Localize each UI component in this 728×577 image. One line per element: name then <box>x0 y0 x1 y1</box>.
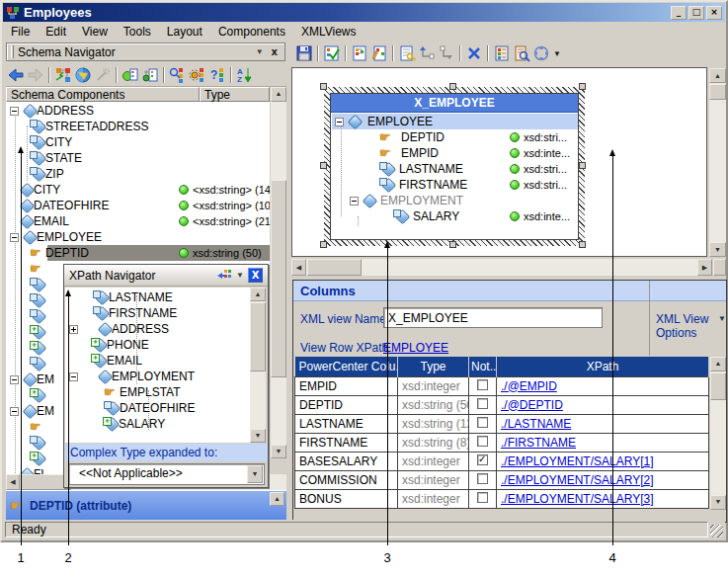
menu-edit[interactable]: Edit <box>38 23 74 41</box>
tree-item-dateofhire[interactable]: DATEOFHIRE <box>18 198 109 213</box>
send-to-view-icon[interactable] <box>216 269 232 283</box>
cell-xpath-link[interactable]: ./FIRSTNAME <box>501 436 576 450</box>
schema-source-icon[interactable] <box>53 65 73 85</box>
tree-item-element[interactable] <box>30 451 45 466</box>
tree-item-employee[interactable]: EMPLOYEE <box>10 229 102 245</box>
cell-xpath-link[interactable]: ./EMPLOYMENT/SALARY[1] <box>501 454 654 468</box>
tree-item-attribute[interactable] <box>30 261 45 277</box>
table-row[interactable]: DEPTID xsd:string (50) ./@DEPTID <box>295 395 709 414</box>
tree-item-element[interactable] <box>30 340 45 356</box>
xml-view-box[interactable]: X_EMPLOYEE EMPLOYEE DEPTID xsd:stri... E… <box>330 93 579 240</box>
tree-item-address[interactable]: ADDRESS <box>10 103 94 119</box>
tree-item-element[interactable] <box>30 356 45 371</box>
chevron-down-icon[interactable]: ▼ <box>251 47 269 56</box>
view-properties-icon[interactable] <box>397 43 417 63</box>
canvas-scroll-right-button[interactable]: ▶ <box>697 259 712 276</box>
xml-view-box-title[interactable]: X_EMPLOYEE <box>331 94 578 113</box>
complex-type-combo[interactable]: <<Not Applicable>> ▼ <box>68 463 265 485</box>
resize-handle-nw[interactable] <box>320 83 327 90</box>
tree-item-element[interactable] <box>30 308 45 324</box>
notnull-checkbox[interactable] <box>477 379 488 390</box>
cell-xpath-link[interactable]: ./LASTNAME <box>501 417 571 431</box>
xpath-close-icon[interactable]: X <box>248 268 263 283</box>
save-icon[interactable] <box>294 43 314 63</box>
resize-handle-e[interactable] <box>579 162 586 169</box>
view-item-employment[interactable]: EMPLOYMENT <box>350 193 463 208</box>
cell-xpath-link[interactable]: ./@EMPID <box>501 379 557 393</box>
cell-xpath-link[interactable]: ./EMPLOYMENT/SALARY[3] <box>501 492 654 506</box>
xpath-scroll-up-button[interactable]: ▲ <box>250 288 266 301</box>
view-item-employee[interactable]: EMPLOYEE <box>335 114 433 129</box>
view-item-deptid[interactable]: DEPTID <box>379 129 445 145</box>
tree-item-state[interactable]: STATE <box>30 150 82 166</box>
show-type-tree-icon[interactable] <box>140 65 160 85</box>
table-row[interactable]: LASTNAME xsd:string (12) ./LASTNAME <box>295 414 709 433</box>
sort-az-icon[interactable]: AZ <box>235 65 255 85</box>
menu-view[interactable]: View <box>74 23 116 41</box>
tree-item-city-child[interactable]: CITY <box>30 134 72 150</box>
schema-scroll-down-button[interactable]: ▼ <box>271 445 286 458</box>
notnull-checkbox[interactable] <box>477 436 488 447</box>
schema-scroll-up-button[interactable]: ▲ <box>271 87 286 102</box>
xpath-item-lastname[interactable]: LASTNAME <box>93 289 173 305</box>
show-columns-panel-icon[interactable] <box>492 43 512 63</box>
xml-view-options-link[interactable]: XML View Options <box>656 312 726 340</box>
tree-item-element[interactable] <box>30 435 45 451</box>
menu-layout[interactable]: Layout <box>159 23 210 41</box>
cell-xpath-link[interactable]: ./EMPLOYMENT/SALARY[2] <box>501 473 654 487</box>
view-row-xpath-link[interactable]: EMPLOYEE <box>383 341 448 355</box>
tree-item-element[interactable] <box>30 277 45 292</box>
magic-wand-icon[interactable] <box>93 65 113 85</box>
table-row[interactable]: BONUS xsd:integer ./EMPLOYMENT/SALARY[3] <box>295 489 709 508</box>
table-scrollbar-thumb[interactable] <box>710 372 726 400</box>
table-scroll-up-button[interactable]: ▲ <box>710 357 726 371</box>
xpath-item-firstname[interactable]: FIRSTNAME <box>93 305 177 321</box>
tree-item-city[interactable]: CITY <box>18 182 60 198</box>
canvas-hscrollbar-thumb[interactable] <box>307 259 362 276</box>
tree-item-deptid[interactable]: DEPTID <box>30 245 89 261</box>
combo-dropdown-icon[interactable]: ▼ <box>247 465 263 483</box>
validate-view-icon[interactable] <box>322 43 342 63</box>
view-item-empid[interactable]: EMPID <box>379 145 439 161</box>
xpath-item-address[interactable]: ADDRESS <box>69 321 169 337</box>
resize-handle-ne[interactable] <box>579 83 586 90</box>
band-scroll-up-button[interactable]: ▲ <box>270 492 284 506</box>
resize-handle-sw[interactable] <box>320 241 327 248</box>
table-row[interactable]: FIRSTNAME xsd:string (8) ./FIRSTNAME <box>295 433 709 452</box>
schema-settings-icon[interactable] <box>188 65 207 85</box>
schema-help-icon[interactable]: ? <box>207 65 227 85</box>
panel-splitter[interactable] <box>649 281 650 356</box>
cell-xpath-link[interactable]: ./@DEPTID <box>501 398 563 412</box>
schema-scrollbar-thumb[interactable] <box>271 180 286 377</box>
view-item-salary[interactable]: SALARY <box>393 208 459 224</box>
resize-handle-s[interactable] <box>449 241 456 248</box>
resize-handle-se[interactable] <box>579 241 586 248</box>
delete-icon[interactable] <box>464 43 484 63</box>
xpath-navigator-titlebar[interactable]: XPath Navigator ▼ X <box>64 265 268 287</box>
table-row[interactable]: COMMISSION xsd:integer ./EMPLOYMENT/SALA… <box>295 470 709 489</box>
header-notnull[interactable]: Not... <box>469 357 497 376</box>
drag-grip[interactable] <box>11 45 14 58</box>
table-row[interactable]: BASESALARY xsd:integer ./EMPLOYMENT/SALA… <box>295 452 709 470</box>
canvas-vscrollbar-thumb[interactable] <box>709 84 726 100</box>
link-column-down-icon[interactable] <box>437 43 456 63</box>
tree-item-email[interactable]: EMAIL <box>18 213 69 229</box>
selected-component-band[interactable]: DEPTID (attribute) <box>6 490 286 520</box>
tree-item-employment[interactable]: EM <box>10 371 54 387</box>
find-in-schema-icon[interactable] <box>168 65 188 85</box>
xpath-item-employment[interactable]: EMPLOYMENT <box>69 369 195 384</box>
tree-item-attribute[interactable] <box>30 419 45 435</box>
xpath-item-dateofhire[interactable]: DATEOFHIRE <box>104 400 195 416</box>
header-powercenter-column[interactable]: PowerCenter Colu.. <box>295 357 398 376</box>
tree-item-zip[interactable]: ZIP <box>30 166 64 182</box>
menu-xmlviews[interactable]: XMLViews <box>293 23 364 41</box>
tree-item-streetaddress[interactable]: STREETADDRESS <box>30 119 148 134</box>
resize-handle-w[interactable] <box>320 162 327 169</box>
pan-zoom-icon[interactable] <box>531 43 551 63</box>
create-view-icon[interactable] <box>350 43 369 63</box>
xpath-item-phone[interactable]: PHONE <box>91 337 149 353</box>
canvas-scroll-down-button[interactable]: ▼ <box>709 242 726 257</box>
tree-item-element[interactable] <box>30 324 45 340</box>
schema-scroll-left-button[interactable]: ◀ <box>6 474 20 490</box>
tree-item-element[interactable] <box>30 387 45 403</box>
